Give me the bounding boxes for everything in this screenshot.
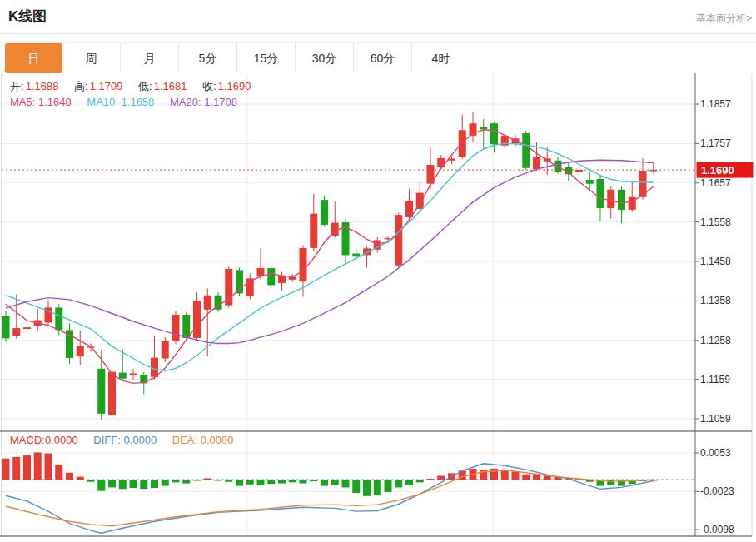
macd-value: 0.0000	[45, 434, 78, 446]
axis-tick-label: 1.1757	[700, 137, 731, 149]
axis-tick-label: 1.1857	[700, 98, 731, 110]
axis-tick-label: 1.1558	[700, 216, 731, 228]
tab-4时[interactable]: 4时	[412, 43, 470, 73]
ma10-line	[6, 143, 654, 370]
high-readout: 高:1.1709	[74, 80, 122, 92]
open-readout: 开:1.1688	[10, 80, 58, 92]
chart-area: 1.16901.18571.17571.16571.15581.14581.13…	[0, 73, 756, 542]
ma20-line	[6, 160, 654, 343]
axis-tick-label: 1.1458	[700, 256, 731, 267]
axis-tick-label: 0.0053	[700, 447, 731, 459]
tab-15分[interactable]: 15分	[237, 43, 296, 73]
close-value: 1.1690	[218, 80, 251, 92]
tab-5分[interactable]: 5分	[179, 43, 237, 73]
last-price-text: 1.1690	[701, 164, 734, 177]
macd-label: MACD:	[10, 434, 45, 446]
low-label: 低:	[138, 80, 152, 92]
tab-30分[interactable]: 30分	[296, 43, 354, 73]
axis-tick-label: 1.1159	[700, 374, 730, 385]
axis-tick-label: 1.1657	[700, 177, 731, 189]
ma20-value: 1.1708	[204, 96, 237, 108]
ma5-value: 1.1648	[38, 96, 72, 108]
diff-label: DIFF:	[93, 434, 121, 446]
ma-readout: MA5: 1.1648 MA10: 1.1658 MA20: 1.1708	[10, 96, 250, 108]
tab-60分[interactable]: 60分	[354, 43, 412, 73]
macd-readout: MACD:0.0000 DIFF: 0.0000 DEA: 0.0000	[10, 434, 246, 446]
high-label: 高:	[74, 80, 88, 92]
kline-page: { "header": { "title": "K线图", "link": "基…	[0, 0, 756, 542]
low-readout: 低:1.1681	[138, 80, 187, 92]
tab-日[interactable]: 日	[5, 43, 62, 73]
page-title: K线图	[8, 7, 47, 26]
axis-tick-label: 1.1258	[700, 335, 731, 346]
close-readout: 收:1.1690	[202, 80, 251, 92]
low-value: 1.1681	[154, 80, 187, 92]
open-label: 开:	[10, 80, 24, 92]
axis-tick-label: -0.0023	[700, 485, 734, 497]
dea-label: DEA:	[172, 434, 197, 446]
ma10-readout: MA10: 1.1658	[87, 96, 154, 108]
macd-histogram	[2, 452, 658, 495]
ma5-readout: MA5: 1.1648	[10, 96, 72, 108]
tab-月[interactable]: 月	[121, 43, 179, 73]
dea-value: 0.0000	[201, 434, 234, 446]
ohlc-readout: 开:1.1688 高:1.1709 低:1.1681 收:1.1690	[10, 79, 263, 94]
candlestick-series	[2, 112, 658, 419]
close-label: 收:	[202, 80, 216, 92]
ma5-label: MA5:	[10, 96, 35, 108]
dea-value-readout: DEA: 0.0000	[172, 434, 234, 446]
diff-value: 0.0000	[123, 434, 157, 446]
interval-tab-bar: 日周月5分15分30分60分4时	[0, 42, 756, 72]
widget-header: K线图 基本面分析>	[0, 0, 756, 34]
diff-line	[6, 464, 654, 534]
axis-tick-label: 1.1059	[700, 413, 731, 425]
axis-tick-label: 1.1358	[700, 295, 731, 306]
macd-value-readout: MACD:0.0000	[10, 434, 78, 446]
axes	[0, 73, 752, 536]
fundamental-analysis-link[interactable]: 基本面分析>	[696, 12, 752, 26]
open-value: 1.1688	[26, 80, 59, 92]
axis-tick-label: -0.0098	[700, 524, 734, 535]
tab-周[interactable]: 周	[62, 43, 121, 73]
diff-value-readout: DIFF: 0.0000	[93, 434, 157, 446]
kline-chart-canvas[interactable]: 1.16901.18571.17571.16571.15581.14581.13…	[0, 73, 756, 542]
ma10-label: MA10:	[87, 96, 118, 108]
gridlines	[2, 74, 753, 536]
ma10-value: 1.1658	[122, 96, 155, 108]
ma20-readout: MA20: 1.1708	[170, 96, 237, 108]
high-value: 1.1709	[90, 80, 123, 92]
ma20-label: MA20:	[170, 96, 201, 108]
